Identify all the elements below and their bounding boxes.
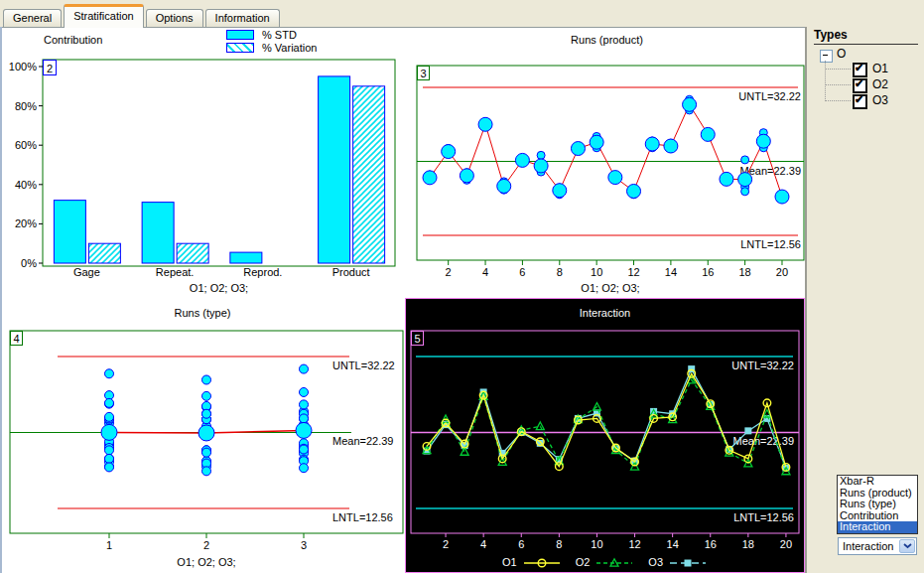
interaction-legend-o3: O3 <box>648 556 708 568</box>
svg-text:UNTL=32.22: UNTL=32.22 <box>738 90 801 102</box>
svg-text:3: 3 <box>420 68 426 79</box>
legend-row-variation: % Variation <box>226 41 317 54</box>
runs-type-plot[interactable]: UNTL=32.22Mean=22.39LNTL=12.561234 <box>0 298 405 573</box>
svg-text:16: 16 <box>705 538 717 550</box>
app-window: GeneralStratificationOptionsInformation … <box>0 0 924 573</box>
svg-text:18: 18 <box>742 538 754 550</box>
combo-dropdown-button[interactable] <box>899 539 915 553</box>
variation-label: % Variation <box>262 42 317 54</box>
runs-product-chart: Runs (product) UNTL=32.22Mean=22.39LNTL=… <box>407 26 807 298</box>
checkbox-o1[interactable]: ✔ <box>853 63 867 77</box>
svg-text:4: 4 <box>482 266 488 278</box>
interaction-legend: O1O2O3 <box>406 556 804 569</box>
chart-type-combobox[interactable]: Interaction <box>838 537 917 555</box>
svg-text:4: 4 <box>480 538 486 550</box>
svg-text:4: 4 <box>13 333 19 345</box>
checkbox-o2[interactable]: ✔ <box>853 78 867 93</box>
runs-product-title: Runs (product) <box>407 34 807 46</box>
svg-text:Gage: Gage <box>73 266 100 278</box>
svg-text:UNTL=32.22: UNTL=32.22 <box>731 359 794 371</box>
tab-stratification[interactable]: Stratification <box>64 4 144 28</box>
svg-text:Reprod.: Reprod. <box>243 266 282 278</box>
svg-text:18: 18 <box>739 266 751 278</box>
svg-text:14: 14 <box>665 266 677 278</box>
interaction-chart: Interaction UNTL=32.22Mean=22.39LNTL=12.… <box>405 298 805 573</box>
combo-value: Interaction <box>843 540 893 552</box>
runs-product-plot[interactable]: UNTL=32.22Mean=22.39LNTL=12.562468101214… <box>407 26 807 298</box>
svg-text:16: 16 <box>702 266 714 278</box>
svg-text:20: 20 <box>776 266 788 278</box>
contribution-plot[interactable]: 0%20%40%60%80%100%GageRepeat.Reprod.Prod… <box>0 26 407 298</box>
svg-text:40%: 40% <box>15 179 37 191</box>
contribution-chart: Contribution % STD % Variation 0%20%40%6… <box>0 26 407 298</box>
tree-connector <box>825 100 851 101</box>
svg-text:0%: 0% <box>21 257 37 269</box>
checkmark-icon: ✔ <box>855 93 863 106</box>
svg-text:2: 2 <box>443 538 449 550</box>
svg-text:10: 10 <box>591 538 602 550</box>
runs-type-title: Runs (type) <box>0 307 405 319</box>
svg-text:12: 12 <box>627 266 639 278</box>
chevron-down-icon <box>903 543 912 549</box>
contribution-legend: % STD % Variation <box>226 28 317 54</box>
tree-root-label[interactable]: O <box>837 47 846 61</box>
svg-text:5: 5 <box>414 333 420 345</box>
svg-text:LNTL=12.56: LNTL=12.56 <box>332 511 393 523</box>
svg-text:Repeat.: Repeat. <box>156 266 195 278</box>
svg-text:1: 1 <box>106 539 112 551</box>
checkmark-icon: ✔ <box>855 77 863 90</box>
checkbox-o3[interactable]: ✔ <box>853 94 867 109</box>
variation-swatch <box>226 43 254 53</box>
svg-text:8: 8 <box>557 266 563 278</box>
svg-text:60%: 60% <box>15 139 37 151</box>
svg-text:2: 2 <box>446 266 452 278</box>
runs-type-chart: Runs (type) UNTL=32.22Mean=22.39LNTL=12.… <box>0 298 405 573</box>
tab-options[interactable]: Options <box>146 9 203 27</box>
interaction-legend-o2: O2 <box>576 556 635 568</box>
chart-type-listbox[interactable]: Xbar-RRuns (product)Runs (type)Contribut… <box>837 475 918 534</box>
svg-text:UNTL=32.22: UNTL=32.22 <box>332 359 395 371</box>
tree-item-label-o2[interactable]: O2 <box>872 77 888 91</box>
contribution-title: Contribution <box>44 34 102 46</box>
contribution-xlabel: O1; O2; O3; <box>43 282 395 294</box>
svg-text:100%: 100% <box>9 61 37 72</box>
svg-text:2: 2 <box>47 63 53 74</box>
runs-product-xlabel: O1; O2; O3; <box>417 282 804 294</box>
svg-text:80%: 80% <box>15 100 37 112</box>
tree-connector <box>825 84 851 85</box>
list-item-xbar-r[interactable]: Xbar-R <box>838 476 917 488</box>
sidebar: Types O Xbar-RRuns (product)Runs (type)C… <box>807 0 924 573</box>
svg-text:LNTL=12.56: LNTL=12.56 <box>740 238 801 250</box>
svg-text:20%: 20% <box>15 217 37 229</box>
tree-connector <box>825 69 851 70</box>
interaction-legend-o1: O1 <box>502 556 562 568</box>
checkmark-icon: ✔ <box>855 62 863 74</box>
svg-text:Mean=22.39: Mean=22.39 <box>332 435 393 447</box>
runs-type-xlabel: O1; O2; O3; <box>10 556 403 568</box>
svg-text:3: 3 <box>301 539 307 551</box>
std-swatch <box>226 30 254 40</box>
interaction-title: Interaction <box>406 307 804 319</box>
svg-text:10: 10 <box>591 266 602 278</box>
svg-text:12: 12 <box>628 538 640 550</box>
tree-expander-icon[interactable] <box>820 50 833 63</box>
list-item-interaction[interactable]: Interaction <box>838 521 917 533</box>
tree-connector <box>825 61 826 101</box>
tab-general[interactable]: General <box>3 9 62 27</box>
types-title: Types <box>814 28 918 45</box>
tab-bar: GeneralStratificationOptionsInformation <box>3 0 282 27</box>
tree-item-label-o3[interactable]: O3 <box>872 93 888 107</box>
svg-text:LNTL=12.56: LNTL=12.56 <box>733 511 794 523</box>
svg-text:6: 6 <box>519 266 525 278</box>
std-label: % STD <box>262 29 297 41</box>
svg-text:8: 8 <box>556 538 562 550</box>
tab-information[interactable]: Information <box>205 9 280 27</box>
interaction-plot[interactable]: UNTL=32.22Mean=22.39LNTL=12.562468101214… <box>406 299 804 572</box>
svg-text:2: 2 <box>203 539 209 551</box>
svg-text:6: 6 <box>518 538 524 550</box>
tree-item-label-o1[interactable]: O1 <box>872 62 888 75</box>
svg-text:Product: Product <box>332 266 370 278</box>
svg-text:20: 20 <box>780 538 792 550</box>
legend-row-std: % STD <box>226 28 317 41</box>
svg-text:14: 14 <box>667 538 679 550</box>
